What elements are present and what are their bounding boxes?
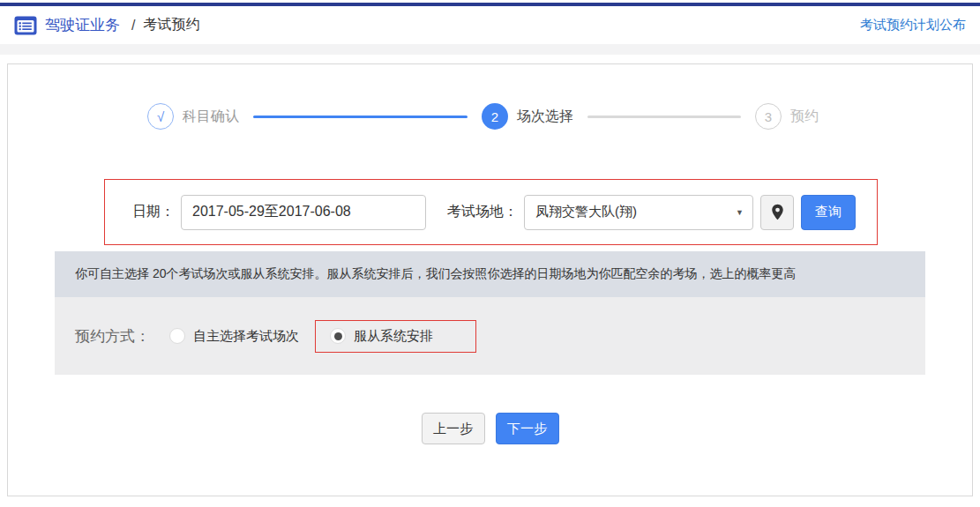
venue-select[interactable]: 凤翔交警大队(翔) ▼ [524, 195, 753, 230]
next-step-button[interactable]: 下一步 [496, 413, 559, 444]
step-connector-pending [587, 116, 741, 118]
map-location-button[interactable] [760, 195, 794, 230]
step-1-label: 科目确认 [183, 108, 239, 126]
breadcrumb-separator: / [131, 18, 135, 34]
breadcrumb: 驾驶证业务 / 考试预约 [14, 15, 199, 35]
radio-circle [169, 328, 185, 344]
radio-dot [334, 332, 342, 340]
spacer [0, 55, 980, 63]
step-3-circle: 3 [755, 103, 782, 130]
exam-plan-link[interactable]: 考试预约计划公布 [860, 17, 966, 34]
venue-select-value: 凤翔交警大队(翔) [535, 204, 637, 220]
step-1-circle: √ [147, 103, 174, 130]
content-card: √ 科目确认 2 场次选择 3 预约 日期： 考试场地： 凤翔交警大队(翔) ▼… [7, 63, 973, 496]
chevron-down-icon: ▼ [736, 208, 744, 217]
date-range-input[interactable] [181, 195, 426, 230]
radio-circle [330, 328, 346, 344]
step-2-circle: 2 [482, 103, 508, 130]
progress-stepper: √ 科目确认 2 场次选择 3 预约 [8, 103, 972, 130]
previous-step-button[interactable]: 上一步 [422, 413, 485, 444]
radio-option-label: 自主选择考试场次 [193, 328, 299, 345]
radio-option-system-arrange[interactable]: 服从系统安排 [330, 328, 433, 345]
header: 驾驶证业务 / 考试预约 考试预约计划公布 [0, 6, 980, 44]
step-connector-done [253, 116, 468, 118]
search-button[interactable]: 查询 [801, 195, 856, 230]
list-icon [14, 16, 37, 35]
location-pin-icon [771, 204, 784, 220]
notice-text: 你可自主选择 20个考试场次或服从系统安排。服从系统安排后，我们会按照你选择的日… [75, 266, 796, 282]
filter-row-highlight: 日期： 考试场地： 凤翔交警大队(翔) ▼ 查询 [104, 179, 878, 245]
step-2-label: 场次选择 [517, 108, 573, 126]
step-3-label: 预约 [790, 108, 819, 126]
radio-option-self-select[interactable]: 自主选择考试场次 [169, 328, 299, 345]
breadcrumb-section[interactable]: 驾驶证业务 [45, 15, 120, 35]
selected-option-highlight: 服从系统安排 [315, 320, 476, 353]
venue-label: 考试场地： [447, 203, 518, 221]
notice-bar: 你可自主选择 20个考试场次或服从系统安排。服从系统安排后，我们会按照你选择的日… [55, 251, 925, 297]
booking-method-row: 预约方式： 自主选择考试场次 服从系统安排 [55, 297, 925, 375]
page-title: 考试预约 [143, 16, 199, 34]
radio-option-label: 服从系统安排 [354, 328, 433, 345]
booking-method-label: 预约方式： [75, 326, 150, 347]
header-divider [0, 44, 980, 55]
date-label: 日期： [132, 203, 175, 221]
wizard-navigation: 上一步 下一步 [8, 413, 972, 444]
